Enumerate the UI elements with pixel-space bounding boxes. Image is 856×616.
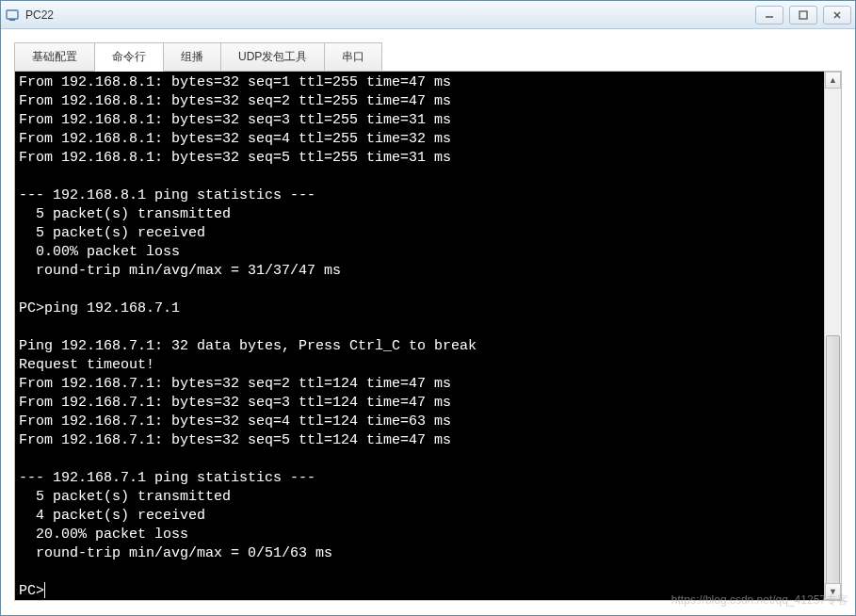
- tab-multicast[interactable]: 组播: [163, 42, 221, 72]
- scrollbar[interactable]: ▲ ▼: [824, 72, 841, 600]
- close-button[interactable]: [823, 6, 851, 24]
- tab-bar: 基础配置 命令行 组播 UDP发包工具 串口: [1, 29, 855, 72]
- terminal-container: From 192.168.8.1: bytes=32 seq=1 ttl=255…: [14, 71, 842, 601]
- scroll-up-button[interactable]: ▲: [825, 72, 841, 89]
- scroll-down-button[interactable]: ▼: [825, 583, 841, 600]
- svg-rect-3: [799, 11, 807, 19]
- minimize-button[interactable]: [755, 6, 783, 24]
- svg-rect-1: [9, 19, 15, 21]
- tab-serial[interactable]: 串口: [324, 42, 382, 72]
- tab-udp-tool[interactable]: UDP发包工具: [220, 42, 325, 72]
- titlebar: PC22: [1, 1, 855, 29]
- svg-rect-0: [7, 10, 18, 19]
- tab-basic-config[interactable]: 基础配置: [14, 42, 95, 72]
- app-icon: [5, 8, 20, 23]
- maximize-button[interactable]: [789, 6, 817, 24]
- window-controls: [755, 6, 851, 24]
- app-window: PC22 基础配置 命令行 组播 UDP发包工具 串口 From 192.168…: [0, 0, 856, 616]
- terminal[interactable]: From 192.168.8.1: bytes=32 seq=1 ttl=255…: [15, 72, 824, 600]
- window-title: PC22: [25, 8, 755, 22]
- tab-command-line[interactable]: 命令行: [94, 42, 164, 72]
- scroll-thumb[interactable]: [826, 335, 840, 599]
